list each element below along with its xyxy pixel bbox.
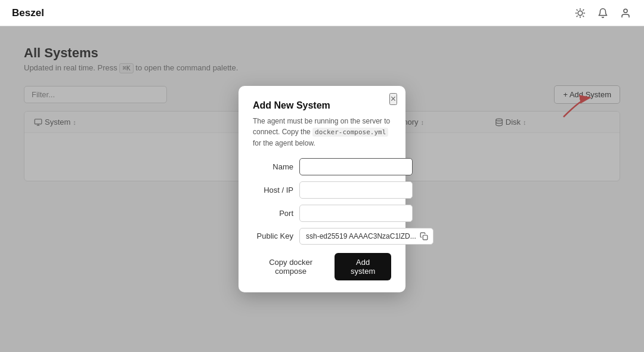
- bell-icon[interactable]: [596, 7, 609, 20]
- svg-line-8: [583, 10, 584, 10]
- dialog-description: The agent must be running on the server …: [253, 116, 391, 149]
- name-field-row: Name: [253, 158, 391, 175]
- public-key-label: Public Key: [253, 231, 293, 240]
- dialog-desc-code: docker-compose.yml: [312, 128, 388, 137]
- navbar-icons: [574, 7, 632, 20]
- port-field-row: Port 45876: [253, 205, 391, 222]
- host-label: Host / IP: [253, 186, 293, 194]
- name-input[interactable]: [299, 158, 413, 175]
- public-key-field-row: Public Key ssh-ed25519 AAAAC3NzaC1lZD...: [253, 228, 391, 245]
- name-label: Name: [253, 162, 293, 171]
- dialog-desc-suffix: for the agent below.: [253, 139, 315, 147]
- add-system-dialog: × Add New System The agent must be runni…: [239, 86, 405, 292]
- dialog-footer: Copy docker compose Add system: [253, 253, 391, 280]
- port-label: Port: [253, 209, 293, 218]
- public-key-field: ssh-ed25519 AAAAC3NzaC1lZD...: [299, 228, 434, 245]
- sun-icon[interactable]: [574, 7, 587, 20]
- navbar: Beszel: [0, 0, 644, 26]
- port-input[interactable]: 45876: [299, 205, 413, 222]
- main-content: All Systems Updated in real time. Press …: [0, 26, 644, 352]
- copy-icon: [420, 232, 428, 240]
- host-field-row: Host / IP: [253, 181, 391, 199]
- brand-logo: Beszel: [12, 7, 44, 19]
- svg-line-4: [583, 16, 584, 16]
- modal-overlay: × Add New System The agent must be runni…: [0, 26, 644, 352]
- host-input[interactable]: [299, 181, 413, 199]
- svg-point-9: [624, 9, 627, 13]
- svg-line-7: [577, 16, 577, 16]
- copy-docker-compose-button[interactable]: Copy docker compose: [253, 253, 329, 280]
- dialog-title: Add New System: [253, 100, 391, 111]
- copy-public-key-button[interactable]: [420, 232, 428, 240]
- add-system-submit-button[interactable]: Add system: [335, 253, 391, 280]
- svg-line-3: [577, 10, 577, 10]
- user-icon[interactable]: [619, 7, 632, 20]
- public-key-value: ssh-ed25519 AAAAC3NzaC1lZD...: [306, 232, 416, 240]
- dialog-close-button[interactable]: ×: [389, 93, 397, 105]
- svg-point-0: [578, 11, 583, 16]
- svg-rect-29: [423, 235, 428, 240]
